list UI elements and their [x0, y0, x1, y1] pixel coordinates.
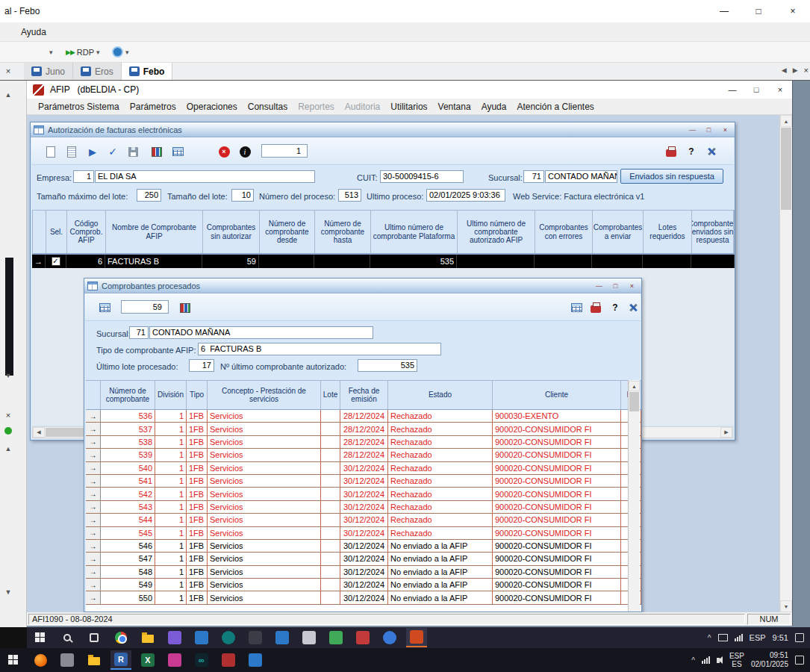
taskbar-app-icon[interactable]: [218, 650, 239, 670]
table-row[interactable]: →54011FBServicios30/12/2024Rechazado9000…: [86, 462, 641, 475]
minimize-button[interactable]: —: [593, 281, 605, 291]
notification-icon[interactable]: [795, 633, 804, 642]
sucursal-code-field[interactable]: 71: [523, 170, 544, 183]
scroll-up-icon[interactable]: ▲: [780, 115, 792, 127]
menu-operaciones[interactable]: Operaciones: [181, 102, 243, 112]
speaker-icon[interactable]: [717, 658, 720, 663]
panel-scroll-up-icon[interactable]: ▲: [2, 445, 14, 452]
empresa-code-field[interactable]: 1: [73, 170, 94, 183]
tamano-lote-field[interactable]: 10: [231, 189, 254, 202]
afip-minimize-button[interactable]: —: [720, 81, 744, 99]
table-row[interactable]: →54911FBServicios30/12/2024No enviado a …: [86, 579, 641, 591]
afip-maximize-button[interactable]: □: [744, 81, 768, 99]
header-cell[interactable]: Comprobantes sin autorizar: [203, 211, 260, 253]
outer-minimize-button[interactable]: —: [707, 0, 741, 22]
header-cell[interactable]: Fecha de emisión: [340, 381, 388, 409]
header-cell[interactable]: Cliente: [493, 381, 621, 409]
header-cell[interactable]: Concepto - Prestación de servicios: [208, 381, 321, 409]
file-explorer-button[interactable]: [137, 628, 158, 647]
remote-display-icon[interactable]: [718, 634, 728, 641]
print-button[interactable]: [587, 299, 605, 317]
taskbar-app-icon[interactable]: [379, 628, 400, 647]
scroll-down-icon[interactable]: ▼: [780, 600, 792, 612]
table-row[interactable]: →55011FBServicios30/12/2024No enviado a …: [86, 591, 641, 604]
clock[interactable]: 9:51: [773, 633, 788, 642]
panel-scrollbar[interactable]: [5, 258, 13, 376]
scrollbar-thumb[interactable]: [629, 392, 639, 411]
taskbar-app-icon[interactable]: [218, 628, 239, 647]
cancel-button[interactable]: ×: [215, 143, 233, 161]
process-counter-field[interactable]: 1: [261, 144, 308, 158]
grid-view-button[interactable]: [567, 299, 585, 317]
record-counter-field[interactable]: 59: [121, 300, 169, 314]
taskbar-app-icon[interactable]: [352, 628, 373, 647]
network-icon[interactable]: [702, 656, 710, 664]
clock[interactable]: 09:51 02/01/2025: [751, 651, 788, 669]
authorization-titlebar[interactable]: Autorización de facturas electrónicas — …: [31, 122, 735, 137]
header-cell[interactable]: Estado: [388, 381, 493, 409]
empresa-name-field[interactable]: EL DIA SA: [95, 170, 315, 183]
help-button[interactable]: ?: [606, 299, 624, 317]
vertical-scrollbar[interactable]: ▲: [628, 380, 640, 612]
processed-titlebar[interactable]: Comprobantes procesados — □ ×: [84, 279, 641, 293]
menu-parametros[interactable]: Parámetros: [125, 102, 181, 112]
cuit-field[interactable]: 30-50009415-6: [380, 170, 464, 183]
taskbar-app-icon[interactable]: [164, 650, 185, 670]
header-cell[interactable]: Lote: [321, 381, 340, 409]
chrome-button[interactable]: [110, 628, 131, 647]
ultimo-lote-field[interactable]: 17: [189, 359, 214, 372]
tools-button[interactable]: [702, 143, 720, 161]
field-chooser-button[interactable]: [148, 143, 166, 161]
panel-scroll-down-icon[interactable]: ▼: [2, 588, 14, 596]
enviados-sin-respuesta-button[interactable]: Enviados sin respuesta: [620, 169, 723, 184]
start-button[interactable]: [30, 628, 51, 647]
table-row[interactable]: →54111FBServicios30/12/2024Rechazado9000…: [86, 475, 641, 488]
run-button[interactable]: ▶: [84, 143, 102, 161]
taskbar-app-icon[interactable]: [245, 650, 266, 670]
start-button[interactable]: [3, 650, 24, 670]
new-button[interactable]: [42, 143, 60, 161]
panel-close-icon[interactable]: ×: [2, 411, 14, 420]
taskbar-app-icon[interactable]: [272, 628, 293, 647]
table-row[interactable]: →53911FBServicios28/12/2024Rechazado9000…: [86, 449, 641, 461]
numero-proceso-field[interactable]: 513: [338, 189, 361, 202]
taskbar-app-icon[interactable]: [191, 628, 212, 647]
language-indicator[interactable]: ESP ES: [729, 652, 744, 669]
taskbar-app-icon[interactable]: [57, 650, 78, 670]
panel-close-icon[interactable]: ×: [3, 66, 13, 76]
taskbar-app-icon[interactable]: ∞: [191, 650, 212, 670]
sucursal-name-field[interactable]: CONTADO MAÑANA: [545, 170, 617, 183]
close-button[interactable]: ×: [626, 281, 638, 291]
tools-button[interactable]: [624, 299, 642, 317]
scrollbar-thumb[interactable]: [781, 128, 791, 210]
header-cell[interactable]: Lotes requeridos: [644, 211, 692, 253]
taskbar-app-icon[interactable]: [245, 628, 266, 647]
ultimo-autorizado-field[interactable]: 535: [358, 359, 417, 372]
table-row[interactable]: →53711FBServicios28/12/2024Rechazado9000…: [86, 423, 641, 435]
save-button[interactable]: [124, 143, 142, 161]
search-button[interactable]: [57, 628, 78, 647]
taskbar-app-icon[interactable]: [164, 628, 185, 647]
menu-utilitarios[interactable]: Utilitarios: [385, 102, 432, 112]
rdp-button[interactable]: ▶▶ RDP ▾: [66, 42, 100, 62]
maximize-button[interactable]: □: [609, 281, 622, 291]
header-cell[interactable]: División: [155, 381, 187, 409]
firefox-button[interactable]: [30, 650, 51, 670]
header-cell[interactable]: Ultimo número de comprobante autorizado …: [458, 211, 535, 253]
close-button[interactable]: ×: [719, 125, 732, 135]
tab-eros[interactable]: Eros: [73, 63, 122, 80]
table-row[interactable]: →54711FBServicios30/12/2024No enviado a …: [86, 553, 641, 565]
tray-expand-icon[interactable]: ^: [708, 634, 711, 642]
table-row[interactable]: →54211FBServicios30/12/2024Rechazado9000…: [86, 488, 641, 500]
info-button[interactable]: i: [236, 143, 254, 161]
header-cell[interactable]: Comprobantes a enviar: [593, 211, 644, 253]
notification-icon[interactable]: [795, 656, 804, 665]
checkbox[interactable]: ✓: [52, 257, 60, 266]
table-row[interactable]: →54511FBServicios30/12/2024Rechazado9000…: [86, 527, 641, 540]
table-row[interactable]: →53811FBServicios28/12/2024Rechazado9000…: [86, 436, 641, 449]
tab-scroll-left-icon[interactable]: ◀: [782, 66, 787, 74]
confirm-button[interactable]: ✓: [104, 143, 122, 161]
toolbar-dropdown[interactable]: ▾: [49, 42, 53, 62]
header-cell[interactable]: Comprobantes con errores: [535, 211, 593, 253]
tab-juno[interactable]: Juno: [24, 63, 73, 80]
